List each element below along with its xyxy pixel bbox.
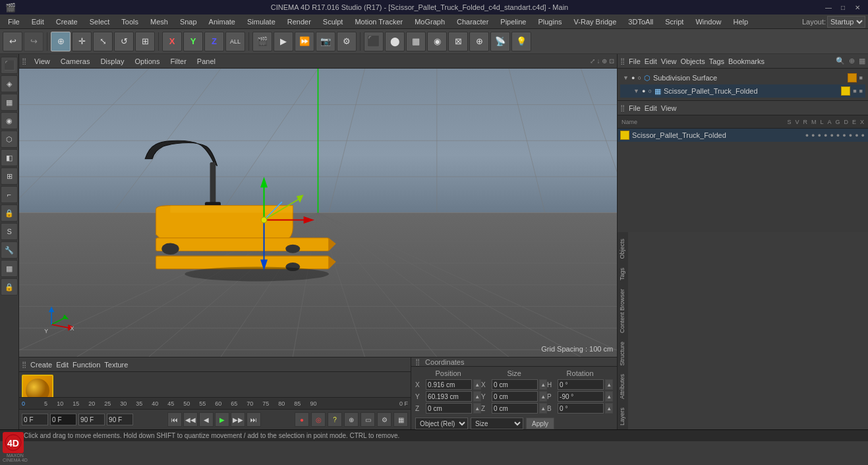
record-button[interactable]: ● [295, 412, 309, 427]
size-y-up[interactable]: ▲ [539, 391, 547, 402]
rot-p-input[interactable] [558, 391, 604, 402]
menu-window[interactable]: Window [690, 16, 726, 27]
size-x-input[interactable] [492, 379, 538, 390]
move-tool[interactable]: ✛ [72, 32, 92, 51]
view-sphere[interactable]: ⬤ [385, 32, 405, 51]
view-mode4[interactable]: ⊕ [469, 32, 489, 51]
vp-menu-display[interactable]: Display [98, 56, 127, 67]
menu-sculpt[interactable]: Sculpt [318, 16, 349, 27]
undo-button[interactable]: ↩ [3, 32, 22, 51]
step-forward-button[interactable]: ▶▶ [231, 412, 245, 427]
left-btn-10[interactable]: S [1, 223, 18, 240]
menu-motion-tracker[interactable]: Motion Tracker [349, 16, 408, 27]
render-btn2[interactable]: ⏩ [295, 32, 314, 51]
x-axis-btn[interactable]: X [162, 32, 182, 51]
pos-z-input[interactable] [426, 403, 472, 414]
maximize-button[interactable]: □ [838, 2, 848, 13]
frame-end-input[interactable] [78, 414, 105, 425]
obj-menu-bookmarks[interactable]: Bookmarks [728, 57, 765, 65]
y-axis-btn[interactable]: Y [183, 32, 203, 51]
scale-tool[interactable]: ⤡ [93, 32, 113, 51]
frame-current-input[interactable] [50, 414, 76, 425]
light-btn[interactable]: 💡 [511, 32, 531, 51]
left-btn-8[interactable]: ⌐ [1, 186, 18, 203]
layout-select[interactable]: Startup [827, 16, 865, 28]
material-thumbnail[interactable] [22, 375, 53, 397]
left-btn-1[interactable]: ⬛ [1, 57, 18, 74]
play-options-btn[interactable]: ⚙ [377, 412, 391, 427]
mat-menu-edit[interactable]: Edit [56, 361, 69, 369]
size-x-up[interactable]: ▲ [539, 379, 547, 390]
close-button[interactable]: ✕ [852, 2, 863, 13]
left-btn-13[interactable]: 🔒 [1, 278, 18, 295]
tab-structure[interactable]: Structure [618, 338, 627, 370]
coord-mode-dropdown[interactable]: Object (Rel) World [415, 418, 468, 429]
viewport[interactable]: Perspective [19, 69, 617, 357]
tab-tags[interactable]: Tags [618, 264, 627, 284]
left-btn-4[interactable]: ◉ [1, 112, 18, 129]
render-preview[interactable]: 🎬 [252, 32, 272, 51]
mat-menu-create[interactable]: Create [30, 361, 52, 369]
menu-render[interactable]: Render [282, 16, 316, 27]
menu-create[interactable]: Create [51, 16, 83, 27]
menu-mograph[interactable]: MoGraph [409, 16, 450, 27]
pos-y-up[interactable]: ▲ [473, 391, 481, 402]
go-to-start-button[interactable]: ⏮ [167, 412, 182, 427]
play-back-button[interactable]: ◀◀ [183, 412, 198, 427]
menu-help[interactable]: Help [728, 16, 754, 27]
render-btn4[interactable]: ⚙ [337, 32, 357, 51]
left-btn-3[interactable]: ▦ [1, 94, 18, 111]
frame-start-input[interactable] [22, 414, 48, 425]
tab-objects[interactable]: Objects [618, 235, 627, 263]
render-btn1[interactable]: ▶ [274, 32, 293, 51]
rot-h-up[interactable]: ▲ [605, 379, 613, 390]
menu-mesh[interactable]: Mesh [145, 16, 173, 27]
transform-tool[interactable]: ⊞ [135, 32, 155, 51]
menu-character[interactable]: Character [451, 16, 494, 27]
menu-3dtoall[interactable]: 3DToAll [623, 16, 658, 27]
all-axes-btn[interactable]: ALL [225, 32, 245, 51]
menu-select[interactable]: Select [84, 16, 115, 27]
menu-simulate[interactable]: Simulate [242, 16, 281, 27]
left-btn-6[interactable]: ◧ [1, 149, 18, 166]
obj-menu-objects[interactable]: Objects [680, 57, 705, 65]
pos-y-input[interactable] [426, 391, 472, 402]
frame-preview-end-input[interactable] [107, 414, 133, 425]
size-z-input[interactable] [492, 403, 538, 414]
rot-b-up[interactable]: ▲ [605, 403, 613, 414]
menu-vray[interactable]: V-Ray Bridge [569, 16, 622, 27]
view-mode1[interactable]: ▦ [406, 32, 426, 51]
rot-h-input[interactable] [558, 379, 604, 390]
attribute-row[interactable]: Scissor_Pallet_Truck_Folded ● ● ● ● ● ● … [618, 129, 868, 142]
snap-btn[interactable]: ⊕ [344, 412, 359, 427]
rotate-tool[interactable]: ↺ [114, 32, 134, 51]
attr-menu-file[interactable]: File [629, 104, 641, 112]
tab-attributes[interactable]: Attributes [618, 370, 627, 403]
minimize-button[interactable]: — [823, 2, 834, 13]
vp-menu-panel[interactable]: Panel [194, 56, 218, 67]
redo-button[interactable]: ↪ [24, 32, 43, 51]
render-btn3[interactable]: 📷 [316, 32, 335, 51]
left-btn-11[interactable]: 🔧 [1, 241, 18, 259]
pos-x-up[interactable]: ▲ [473, 379, 481, 390]
left-btn-2[interactable]: ◈ [1, 75, 18, 92]
menu-animate[interactable]: Animate [204, 16, 241, 27]
rot-b-input[interactable] [558, 403, 604, 414]
menu-tools[interactable]: Tools [116, 16, 144, 27]
vp-menu-view[interactable]: View [32, 56, 53, 67]
obj-search-icon[interactable]: 🔍 [836, 57, 845, 65]
record-sel-button[interactable]: ◎ [311, 412, 326, 427]
rot-p-up[interactable]: ▲ [605, 391, 613, 402]
subdivision-surface-item[interactable]: ▼ ● ○ ⬡ Subdivision Surface ■ [620, 71, 865, 84]
scissor-pallet-truck-item[interactable]: ▼ ● ○ ▦ Scissor_Pallet_Truck_Folded ■ ■ [620, 84, 865, 98]
attr-menu-view[interactable]: View [661, 104, 677, 112]
select-tool[interactable]: ⊕ [51, 32, 71, 51]
view-cube[interactable]: ⬛ [364, 32, 384, 51]
obj-menu-edit[interactable]: Edit [645, 57, 657, 65]
menu-plugins[interactable]: Plugins [533, 16, 567, 27]
timeline-mode-btn[interactable]: ▦ [393, 412, 408, 427]
menu-edit[interactable]: Edit [26, 16, 49, 27]
view-mode2[interactable]: ◉ [427, 32, 447, 51]
step-back-button[interactable]: ◀ [199, 412, 214, 427]
pos-x-input[interactable] [426, 379, 472, 390]
